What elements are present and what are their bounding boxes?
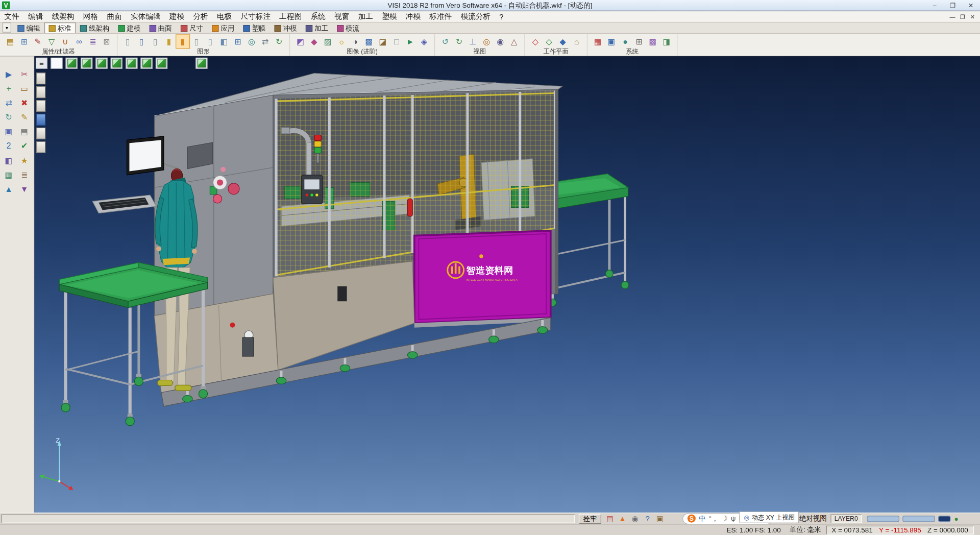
color-swatch-1[interactable] bbox=[867, 516, 899, 522]
viewport-preset-1[interactable] bbox=[36, 72, 45, 84]
tab-9[interactable]: 冲模 bbox=[270, 22, 301, 33]
tab-8[interactable]: 塑膜 bbox=[239, 22, 270, 33]
menu-item-2[interactable]: 编辑 bbox=[24, 11, 48, 22]
star-snap-icon[interactable]: ★ bbox=[17, 154, 32, 167]
menu-item-5[interactable]: 曲面 bbox=[103, 11, 127, 22]
refresh-view-icon[interactable]: ↻ bbox=[273, 35, 286, 48]
wireframe-view-icon[interactable]: ▯ bbox=[149, 35, 162, 48]
attributes-icon[interactable]: ▤ bbox=[4, 35, 17, 48]
active-layer-field[interactable]: LAYER0 bbox=[830, 514, 862, 523]
rotate-view-icon[interactable]: ↺ bbox=[439, 35, 452, 48]
point-snap-icon[interactable]: + bbox=[2, 82, 16, 95]
menu-item-3[interactable]: 线架构 bbox=[47, 11, 79, 22]
clip-plane-icon[interactable]: ◪ bbox=[376, 35, 389, 48]
viewport-preset-2[interactable] bbox=[36, 86, 45, 98]
dynamic-view-icon[interactable]: ▮ bbox=[176, 35, 189, 48]
select-arrow-icon[interactable]: ▶ bbox=[2, 67, 16, 81]
half-view-icon[interactable]: ◧ bbox=[2, 154, 16, 167]
viewport-preset-6[interactable] bbox=[36, 141, 45, 153]
chart-icon[interactable]: ▲ bbox=[2, 183, 16, 196]
moon-icon[interactable]: ☽ bbox=[722, 515, 728, 522]
tab-10[interactable]: 加工 bbox=[301, 22, 332, 33]
blank-view-icon[interactable] bbox=[51, 58, 62, 69]
menu-item-6[interactable]: 实体编辑 bbox=[126, 11, 165, 22]
absolute-view-label[interactable]: 绝对视图 bbox=[799, 514, 827, 523]
ghost-view-icon[interactable]: ▯ bbox=[204, 35, 217, 48]
color-palette-icon[interactable]: ▦ bbox=[591, 35, 604, 48]
edit-attributes-icon[interactable]: ✎ bbox=[31, 35, 44, 48]
color-swatch-2[interactable] bbox=[902, 516, 935, 522]
menu-item-8[interactable]: 分析 bbox=[189, 11, 213, 22]
top-view-icon[interactable] bbox=[95, 58, 107, 69]
menu-item-16[interactable]: 冲模 bbox=[401, 11, 425, 22]
workplane-reset-icon[interactable]: ⌂ bbox=[570, 35, 583, 48]
shadows-icon[interactable]: ◑ bbox=[349, 35, 362, 48]
trim-scissors-icon[interactable]: ✂ bbox=[17, 67, 32, 81]
menu-item-15[interactable]: 塑模 bbox=[378, 11, 402, 22]
view-align-icon[interactable]: ◎ bbox=[480, 35, 493, 48]
camera-view-icon[interactable]: ◉ bbox=[494, 35, 507, 48]
workplane-xy-icon[interactable]: ◇ bbox=[529, 35, 542, 48]
package-icon[interactable]: ▣ bbox=[654, 514, 666, 523]
menu-item-14[interactable]: 加工 bbox=[354, 11, 378, 22]
front-view-icon[interactable] bbox=[81, 58, 92, 69]
sheet-icon[interactable]: ▤ bbox=[17, 125, 32, 138]
tab-4[interactable]: 建模 bbox=[114, 22, 145, 33]
two-point-icon[interactable]: 2 bbox=[2, 139, 16, 153]
mic-icon[interactable]: ψ bbox=[731, 515, 736, 522]
right-view-icon[interactable] bbox=[126, 58, 137, 69]
copy-attributes-icon[interactable]: ⊞ bbox=[17, 35, 31, 48]
layer-filter-icon[interactable]: ≣ bbox=[86, 35, 100, 48]
options-icon[interactable]: ◨ bbox=[660, 35, 673, 48]
display-config-icon[interactable]: ▣ bbox=[605, 35, 618, 48]
help-icon[interactable]: ? bbox=[641, 514, 653, 523]
shaded-view-icon[interactable]: ▮ bbox=[162, 35, 176, 48]
menu-item-4[interactable]: 网格 bbox=[79, 11, 103, 22]
tab-7[interactable]: 应用 bbox=[208, 22, 239, 33]
menu-item-12[interactable]: 系统 bbox=[306, 11, 330, 22]
log-icon[interactable]: ▤ bbox=[604, 514, 616, 523]
clear-filter-icon[interactable]: ⊠ bbox=[100, 35, 113, 48]
animation-icon[interactable]: ► bbox=[404, 35, 417, 48]
stereo-view-icon[interactable]: ◈ bbox=[418, 35, 431, 48]
menu-item-13[interactable]: 视窗 bbox=[330, 11, 354, 22]
delete-icon[interactable]: ✖ bbox=[17, 96, 32, 110]
tray-app-icon[interactable]: ● bbox=[954, 515, 959, 522]
back-view-icon[interactable] bbox=[141, 58, 153, 69]
left-view-icon[interactable] bbox=[111, 58, 122, 69]
zoom-window-icon[interactable]: ◎ bbox=[245, 35, 258, 48]
minimize-button[interactable]: – bbox=[925, 0, 944, 11]
new-graphic-icon[interactable]: ▯ bbox=[121, 35, 135, 48]
viewport-preset-5[interactable] bbox=[36, 128, 45, 139]
copy-icon[interactable]: ▣ bbox=[2, 125, 16, 138]
flame-icon[interactable]: ▲ bbox=[616, 514, 628, 523]
export-icon[interactable]: ▼ bbox=[17, 183, 32, 196]
color-swatch-3[interactable] bbox=[938, 516, 950, 522]
menu-item-10[interactable]: 尺寸标注 bbox=[236, 11, 275, 22]
layers-icon[interactable]: ≣ bbox=[17, 168, 32, 181]
workplane-3point-icon[interactable]: ◆ bbox=[556, 35, 570, 48]
pan-view-icon[interactable]: ⇄ bbox=[259, 35, 272, 48]
translate-icon[interactable]: ⇄ bbox=[2, 96, 16, 110]
ime-chinese-icon[interactable]: 中 bbox=[699, 515, 705, 522]
materials-icon[interactable]: ◆ bbox=[307, 35, 321, 48]
gear-icon[interactable]: ◉ bbox=[629, 514, 641, 523]
mdi-minimize-button[interactable]: — bbox=[947, 12, 958, 21]
tab-3[interactable]: 线架构 bbox=[76, 22, 114, 33]
hidden-line-icon[interactable]: ▯ bbox=[190, 35, 203, 48]
viewport-preset-3[interactable] bbox=[36, 100, 45, 112]
snap-config-icon[interactable]: ▩ bbox=[646, 35, 659, 48]
check-icon[interactable]: ✔ bbox=[17, 139, 32, 153]
snapshot-icon[interactable]: □ bbox=[390, 35, 403, 48]
tab-6[interactable]: 尺寸 bbox=[176, 22, 207, 33]
tab-dropdown-button[interactable]: ▾ bbox=[3, 22, 11, 33]
measure-icon[interactable]: ▭ bbox=[17, 82, 32, 95]
command-prompt-field[interactable] bbox=[1, 514, 575, 523]
lighting-icon[interactable]: ☼ bbox=[335, 35, 348, 48]
workplane-align-icon[interactable]: ◇ bbox=[543, 35, 556, 48]
system-info-icon[interactable]: ● bbox=[619, 35, 632, 48]
sogou-logo-icon[interactable]: S bbox=[688, 515, 696, 523]
perspective-icon[interactable]: △ bbox=[507, 35, 521, 48]
zoom-extents-icon[interactable]: ⊞ bbox=[231, 35, 244, 48]
menu-item-1[interactable]: 文件 bbox=[0, 11, 24, 22]
